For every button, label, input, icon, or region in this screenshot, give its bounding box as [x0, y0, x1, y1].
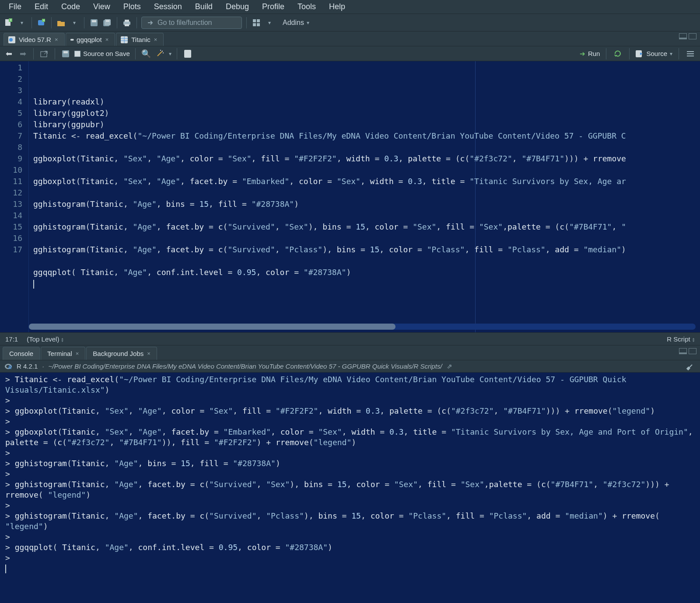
- code-line[interactable]: gghistogram(Titanic, "Age", facet.by = c…: [33, 221, 696, 233]
- source-button[interactable]: Source ▾: [636, 50, 672, 57]
- grid-icon[interactable]: [251, 17, 262, 28]
- tab-video57[interactable]: Video 57.R ×: [4, 33, 65, 46]
- goto-file-function-input[interactable]: Go to file/function: [141, 17, 242, 29]
- maximize-pane-icon[interactable]: [689, 348, 696, 354]
- tab-close-icon[interactable]: ×: [76, 350, 79, 357]
- code-line[interactable]: ggboxplot(Titanic, "Sex", "Age", color =…: [33, 153, 696, 164]
- menu-profile[interactable]: Profile: [256, 0, 290, 13]
- editor-status-bar: 17:1 (Top Level) ‡ R Script ‡: [0, 332, 700, 345]
- toolbar-separator: [679, 48, 679, 59]
- code-line[interactable]: gghistogram(Titanic, "Age", facet.by = c…: [33, 244, 696, 255]
- tab-console[interactable]: Console: [3, 347, 40, 360]
- dropdown-icon[interactable]: ▾: [17, 17, 27, 28]
- menu-plots[interactable]: Plots: [117, 0, 147, 13]
- console-line: > gghistogram(Titanic, "Age", bins = 15,…: [5, 458, 696, 469]
- menu-session[interactable]: Session: [148, 0, 188, 13]
- code-line[interactable]: [33, 187, 696, 199]
- toolbar-separator: [136, 17, 137, 28]
- code-line[interactable]: [33, 164, 696, 176]
- tab-ggqqplot[interactable]: •• ggqqplot ×: [66, 33, 116, 46]
- code-line[interactable]: ggqqplot( Titanic, "Age", conf.int.level…: [33, 267, 696, 278]
- tab-label: Video 57.R: [19, 36, 51, 43]
- tab-label: Background Jobs: [93, 350, 144, 357]
- unsaved-dots-icon: ••: [70, 36, 74, 43]
- console-line: > ggboxplot(Titanic, "Sex", "Age", color…: [5, 406, 696, 416]
- tab-background-jobs[interactable]: Background Jobs ×: [86, 347, 157, 360]
- code-line[interactable]: Titanic <- read_excel("~/Power BI Coding…: [33, 130, 696, 142]
- menu-edit[interactable]: Edit: [28, 0, 54, 13]
- clear-console-icon[interactable]: [686, 362, 695, 371]
- svg-point-28: [162, 51, 163, 52]
- back-arrow-icon[interactable]: ⬅: [4, 49, 14, 59]
- console-output[interactable]: > Titanic <- read_excel("~/Power BI Codi…: [0, 373, 700, 603]
- toolbar-separator: [55, 48, 55, 59]
- tab-close-icon[interactable]: ×: [55, 36, 58, 43]
- maximize-pane-icon[interactable]: [689, 33, 696, 39]
- wand-icon[interactable]: [155, 49, 165, 59]
- code-line[interactable]: [33, 142, 696, 153]
- code-line[interactable]: library(ggplot2): [33, 108, 696, 119]
- scope-indicator[interactable]: (Top Level) ‡: [27, 335, 64, 343]
- code-line[interactable]: [33, 233, 696, 244]
- tab-close-icon[interactable]: ×: [154, 36, 158, 43]
- code-line[interactable]: ggboxplot(Titanic, "Sex", "Age", facet.b…: [33, 176, 696, 187]
- save-icon[interactable]: [60, 49, 71, 59]
- code-line[interactable]: library(readxl): [33, 96, 696, 108]
- menu-code[interactable]: Code: [55, 0, 86, 13]
- minimize-pane-icon[interactable]: [679, 348, 687, 354]
- print-icon[interactable]: [122, 17, 132, 28]
- menu-build[interactable]: Build: [189, 0, 219, 13]
- code-line[interactable]: gghistogram(Titanic, "Age", bins = 15, f…: [33, 199, 696, 210]
- forward-arrow-icon[interactable]: ➡: [18, 49, 28, 59]
- menu-tools[interactable]: Tools: [291, 0, 322, 13]
- dropdown-icon[interactable]: ▾: [69, 17, 80, 28]
- svg-rect-13: [125, 24, 129, 26]
- menu-debug[interactable]: Debug: [220, 0, 255, 13]
- path-arrow-icon[interactable]: ⇗: [447, 362, 452, 370]
- minimize-pane-icon[interactable]: [679, 33, 687, 39]
- report-icon[interactable]: [182, 49, 193, 59]
- outline-icon[interactable]: [685, 49, 696, 59]
- tab-terminal[interactable]: Terminal ×: [41, 347, 85, 360]
- rerun-icon[interactable]: [612, 49, 623, 59]
- code-line[interactable]: [33, 278, 696, 289]
- console-line: >: [5, 532, 696, 542]
- dropdown-icon[interactable]: ▾: [264, 17, 275, 28]
- code-line[interactable]: [33, 255, 696, 267]
- scrollbar-thumb[interactable]: [29, 324, 396, 330]
- new-project-icon[interactable]: +: [36, 17, 47, 28]
- addins-dropdown[interactable]: Addins ▾: [277, 17, 315, 28]
- console-tab-bar: Console Terminal × Background Jobs ×: [0, 345, 700, 360]
- tab-close-icon[interactable]: ×: [147, 350, 150, 357]
- checkbox-icon: [74, 51, 80, 57]
- horizontal-scrollbar[interactable]: [29, 324, 696, 330]
- save-icon[interactable]: [89, 17, 99, 28]
- open-file-icon[interactable]: [56, 17, 66, 28]
- find-icon[interactable]: 🔍: [141, 49, 151, 59]
- new-file-icon[interactable]: +: [4, 17, 14, 28]
- source-icon: [636, 50, 644, 57]
- tab-close-icon[interactable]: ×: [105, 36, 109, 43]
- console-line: >: [5, 469, 696, 479]
- code-line[interactable]: [33, 210, 696, 221]
- menu-file[interactable]: File: [3, 0, 28, 13]
- code-editor[interactable]: 1234567891011121314151617 library(readxl…: [0, 61, 700, 332]
- console-line: >: [5, 448, 696, 458]
- run-button[interactable]: ➔ Run: [580, 50, 600, 58]
- source-on-save-checkbox[interactable]: Source on Save: [74, 50, 130, 57]
- dropdown-icon[interactable]: ▾: [169, 51, 172, 57]
- working-directory-path[interactable]: ~/Power BI Coding/Enterprise DNA Files/M…: [49, 362, 442, 370]
- r-version-label: R 4.2.1: [17, 362, 38, 370]
- chevron-down-icon: ▾: [307, 20, 309, 26]
- menu-view[interactable]: View: [87, 0, 116, 13]
- code-area[interactable]: library(readxl)library(ggplot2)library(g…: [29, 61, 700, 332]
- tab-titanic[interactable]: Titanic ×: [116, 33, 164, 46]
- save-all-icon[interactable]: [102, 17, 112, 28]
- toolbar-separator: [51, 17, 52, 28]
- code-line[interactable]: library(ggpubr): [33, 119, 696, 130]
- menu-help[interactable]: Help: [323, 0, 351, 13]
- show-in-new-window-icon[interactable]: [39, 49, 49, 59]
- console-line: >: [5, 500, 696, 511]
- toolbar-separator: [629, 48, 630, 59]
- file-type-selector[interactable]: R Script ‡: [667, 335, 695, 343]
